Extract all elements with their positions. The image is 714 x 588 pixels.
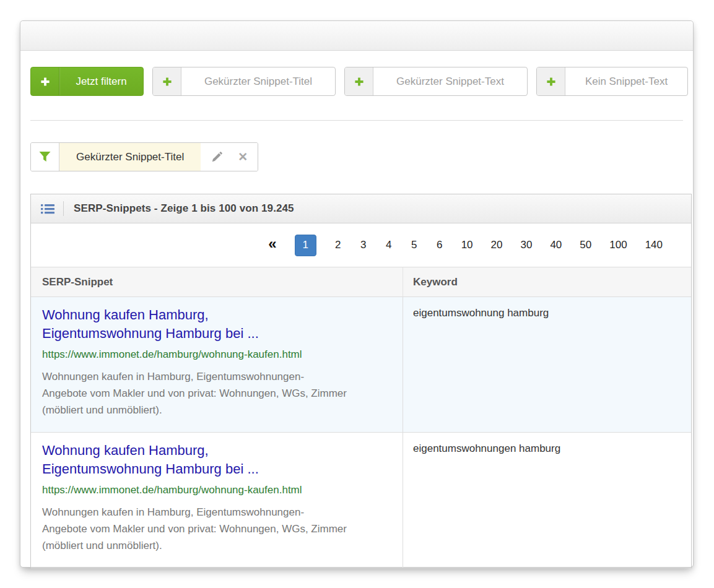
serp-snippet-title-link[interactable]: Wohnung kaufen Hamburg, Eigentumswohnung… (42, 441, 321, 478)
pagination-page[interactable]: 30 (520, 239, 532, 251)
apply-filter-label: Jetzt filtern (59, 67, 143, 95)
active-filter-row: Gekürzter Snippet-Titel ✕ (30, 142, 692, 171)
card-header-bar (20, 21, 693, 51)
apply-filter-button[interactable]: Jetzt filtern (30, 67, 144, 96)
serp-snippet-cell: Wohnung kaufen Hamburg, Eigentumswohnung… (31, 297, 403, 432)
pagination-page[interactable]: 5 (411, 239, 418, 251)
edit-filter-icon[interactable] (211, 151, 223, 163)
pagination: « 1 2 3 4 5 6 10 20 30 40 50 100 140 (31, 223, 691, 267)
filter-preset-label: Kein Snippet-Text (565, 67, 687, 95)
filter-funnel-icon (31, 143, 59, 171)
pagination-page[interactable]: 100 (609, 239, 627, 251)
pagination-page[interactable]: 2 (334, 239, 342, 251)
main-panel-card: Jetzt filtern Gekürzter Snippet-Titel Ge… (20, 20, 694, 568)
plus-icon (537, 67, 565, 95)
remove-filter-icon[interactable]: ✕ (238, 151, 248, 163)
table-column-headers: SERP-Snippet Keyword (31, 267, 691, 297)
pagination-page[interactable]: 4 (385, 239, 393, 251)
pagination-page[interactable]: 40 (550, 239, 562, 251)
plus-icon (31, 67, 59, 95)
table-title: SERP-Snippets - Zeige 1 bis 100 von 19.2… (74, 202, 294, 215)
filter-preset-button-snippet-text[interactable]: Gekürzter Snippet-Text (344, 67, 528, 96)
serp-snippet-description: Wohnungen kaufen in Hamburg, Eigentumswo… (42, 504, 347, 554)
plus-icon (345, 67, 373, 95)
list-menu-icon[interactable] (41, 204, 54, 214)
active-filter-tag: Gekürzter Snippet-Titel ✕ (30, 142, 258, 171)
filter-preset-label: Gekürzter Snippet-Text (373, 67, 527, 95)
keyword-cell: eigentumswohnung hamburg (403, 297, 691, 432)
column-header-keyword: Keyword (403, 267, 691, 296)
filter-tag-actions: ✕ (201, 143, 258, 171)
filter-buttons-row: Jetzt filtern Gekürzter Snippet-Titel Ge… (30, 67, 692, 96)
keyword-cell: eigentumswohnungen hamburg (403, 433, 691, 568)
card-body: Jetzt filtern Gekürzter Snippet-Titel Ge… (20, 51, 693, 568)
pagination-page[interactable]: 10 (461, 239, 473, 251)
pagination-prev-icon[interactable]: « (268, 236, 276, 254)
plus-icon (153, 67, 181, 95)
filter-preset-button-kein-snippet-text[interactable]: Kein Snippet-Text (536, 67, 688, 96)
serp-snippet-cell: Wohnung kaufen Hamburg, Eigentumswohnung… (31, 433, 403, 568)
serp-snippet-description: Wohnungen kaufen in Hamburg, Eigentumswo… (42, 368, 347, 418)
pagination-page[interactable]: 50 (580, 239, 591, 251)
table-row: Wohnung kaufen Hamburg, Eigentumswohnung… (31, 432, 691, 568)
pagination-page[interactable]: 6 (436, 239, 443, 251)
header-divider (63, 201, 64, 216)
pagination-page[interactable]: 20 (491, 239, 503, 251)
serp-snippet-title-link[interactable]: Wohnung kaufen Hamburg, Eigentumswohnung… (42, 306, 321, 343)
pagination-page-current[interactable]: 1 (295, 235, 316, 256)
serp-snippet-url: https://www.immonet.de/hamburg/wohnung-k… (42, 483, 390, 497)
filter-preset-button-snippet-titel[interactable]: Gekürzter Snippet-Titel (152, 67, 336, 96)
serp-snippets-table: SERP-Snippets - Zeige 1 bis 100 von 19.2… (30, 194, 692, 568)
table-panel-header: SERP-Snippets - Zeige 1 bis 100 von 19.2… (31, 194, 691, 223)
filter-preset-label: Gekürzter Snippet-Titel (181, 67, 335, 95)
table-row: Wohnung kaufen Hamburg, Eigentumswohnung… (31, 297, 691, 432)
pagination-page[interactable]: 3 (360, 239, 367, 251)
active-filter-label: Gekürzter Snippet-Titel (59, 143, 201, 171)
column-header-serp-snippet: SERP-Snippet (31, 267, 403, 296)
section-divider (30, 120, 683, 121)
pagination-page[interactable]: 140 (645, 239, 663, 251)
serp-snippet-url: https://www.immonet.de/hamburg/wohnung-k… (42, 348, 390, 361)
